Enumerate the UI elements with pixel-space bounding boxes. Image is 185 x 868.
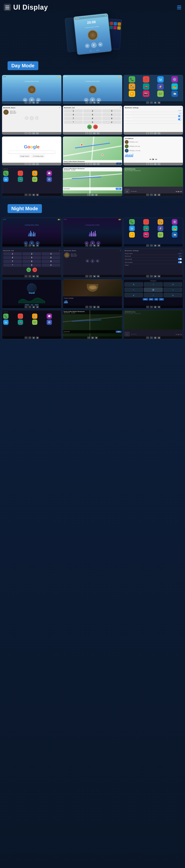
- end-call-btn[interactable]: 📵: [93, 125, 98, 129]
- cp1-home[interactable]: 🏠: [36, 194, 39, 196]
- ncp-waze[interactable]: 🚗: [18, 319, 23, 325]
- g-set[interactable]: ⚙️: [36, 163, 39, 165]
- btc-music[interactable]: 🎵: [89, 132, 92, 134]
- social-play[interactable]: ▶: [153, 158, 154, 160]
- cp2-map[interactable]: 🗺️: [91, 194, 94, 196]
- m-set[interactable]: ⚙️: [97, 163, 100, 165]
- nav-down-right[interactable]: ↘: [163, 293, 182, 297]
- bts-nav[interactable]: 🗺️: [154, 132, 157, 134]
- auto-connect-toggle[interactable]: [178, 118, 182, 120]
- key-1[interactable]: 1: [64, 110, 83, 113]
- app-settings[interactable]: ⚙️: [171, 76, 178, 83]
- nap-spotify[interactable]: 🎶: [158, 232, 163, 238]
- nkey-0[interactable]: 0: [23, 264, 41, 267]
- nap-music[interactable]: 🎵: [143, 219, 149, 225]
- app-weather[interactable]: 🌤️: [171, 91, 178, 97]
- nav-left[interactable]: ←: [125, 287, 143, 292]
- n2-music[interactable]: 🎵: [89, 244, 92, 247]
- key-3[interactable]: 3: [102, 110, 121, 113]
- cp-waze[interactable]: 🚗: [18, 177, 23, 182]
- nap-phone[interactable]: 📞: [129, 219, 135, 225]
- key-6[interactable]: 6: [102, 113, 121, 116]
- nkey-2[interactable]: 2: [23, 252, 41, 255]
- nbtm-nav[interactable]: 🗺️: [93, 275, 96, 277]
- app-spotify[interactable]: 🎶: [157, 91, 164, 97]
- na-music[interactable]: 🎵: [150, 244, 153, 247]
- menu-icon[interactable]: [4, 4, 11, 11]
- apps-dial[interactable]: 📞: [146, 101, 149, 104]
- nbts-ac-toggle[interactable]: [178, 261, 182, 263]
- nf-music[interactable]: 🎵: [89, 306, 92, 308]
- google-search-bar[interactable]: [8, 151, 55, 154]
- nbtm-set[interactable]: ⚙️: [97, 275, 100, 277]
- n1-nav[interactable]: 🗺️: [32, 244, 35, 247]
- btm-nav[interactable]: 🗺️: [32, 132, 35, 134]
- nkey-5[interactable]: 5: [23, 256, 41, 259]
- nbt-call-close[interactable]: ✕: [59, 250, 60, 251]
- btm-music[interactable]: 🎵: [28, 132, 31, 134]
- sp-nav[interactable]: 🗺️: [154, 194, 157, 196]
- key-9[interactable]: 9: [102, 117, 121, 120]
- nkey-3[interactable]: 3: [42, 252, 60, 255]
- ncp-music[interactable]: 🎵: [18, 313, 23, 319]
- cp-spotify[interactable]: 🎶: [32, 177, 37, 182]
- carplay-go-btn[interactable]: GO: [116, 188, 122, 190]
- nap-instagram[interactable]: 📷: [143, 232, 149, 238]
- app-phone[interactable]: 📞: [129, 76, 135, 83]
- m-dial[interactable]: 📞: [85, 163, 88, 165]
- hamburger-menu-icon[interactable]: [177, 6, 181, 9]
- d2-dial[interactable]: 📞: [85, 101, 88, 104]
- nm-btn-3[interactable]: 3D: [154, 298, 158, 301]
- ncp-maps[interactable]: 🗺️: [3, 319, 8, 325]
- nap-radio[interactable]: 📻: [172, 225, 178, 231]
- prev-btn[interactable]: ⏮: [85, 43, 89, 48]
- nbts-aa-toggle[interactable]: [178, 258, 182, 260]
- key-8[interactable]: 8: [83, 117, 102, 120]
- nap-telegram[interactable]: ✈️: [158, 219, 163, 225]
- nkey-9[interactable]: 9: [42, 260, 60, 263]
- ncp1-dial[interactable]: 📞: [25, 337, 28, 339]
- btm-set[interactable]: ⚙️: [36, 132, 39, 134]
- cp-settings[interactable]: ⚙️: [47, 177, 52, 182]
- nsp-home[interactable]: 🏠: [157, 337, 160, 339]
- app-telegram[interactable]: ✈️: [129, 83, 135, 90]
- app-music[interactable]: 🎵: [143, 76, 149, 83]
- app-youtube[interactable]: ▶️: [129, 91, 135, 97]
- app-bt[interactable]: ⚡: [157, 83, 164, 90]
- sp-dial[interactable]: 📞: [146, 194, 149, 196]
- app-radio[interactable]: 📻: [171, 83, 178, 90]
- nbtc-nav[interactable]: 🗺️: [32, 275, 35, 277]
- nsplit-prev[interactable]: ⏮: [176, 333, 178, 335]
- na-home[interactable]: 🏠: [157, 244, 160, 247]
- d2-nav[interactable]: 🗺️: [93, 101, 96, 104]
- n2-set[interactable]: ⚙️: [97, 244, 100, 247]
- google-search-btn[interactable]: Google Search: [19, 155, 31, 158]
- nm-music[interactable]: 🎵: [150, 306, 153, 308]
- social-prev[interactable]: ⏮: [150, 158, 151, 160]
- d1-nav[interactable]: 🗺️: [32, 101, 35, 104]
- ncp-messages[interactable]: 💬: [47, 313, 52, 319]
- ncp-spotify[interactable]: 🎶: [32, 319, 37, 325]
- nkey-4[interactable]: 4: [3, 256, 22, 259]
- call-btn[interactable]: 📞: [87, 125, 92, 129]
- nm-btn-2[interactable]: NAV: [149, 298, 154, 301]
- nap-weather[interactable]: 🌤️: [172, 232, 178, 238]
- cp2-dial[interactable]: 📞: [87, 194, 90, 196]
- sp-home[interactable]: 🏠: [157, 194, 160, 196]
- ncp2-home[interactable]: 🏠: [95, 337, 98, 339]
- n2-nav[interactable]: 🗺️: [93, 244, 96, 247]
- nbts-music[interactable]: 🎵: [150, 275, 153, 277]
- cp-messages[interactable]: 💬: [47, 170, 52, 176]
- nf-nav[interactable]: 🗺️: [93, 306, 96, 308]
- m-nav[interactable]: 🗺️: [93, 163, 96, 165]
- nm-nav[interactable]: 🗺️: [154, 306, 157, 308]
- nav-center[interactable]: ⊕: [144, 287, 162, 292]
- cp-maps[interactable]: 🗺️: [3, 177, 8, 182]
- next-btn[interactable]: ⏭: [98, 42, 103, 47]
- ncp2-dial[interactable]: 📞: [87, 337, 90, 339]
- d1-music[interactable]: 🎵: [28, 101, 31, 104]
- ncall-btn[interactable]: 📞: [26, 268, 31, 272]
- n1-music[interactable]: 🎵: [28, 244, 31, 247]
- ncp1-music[interactable]: 🎵: [28, 337, 31, 339]
- nf-set[interactable]: ⚙️: [97, 306, 100, 308]
